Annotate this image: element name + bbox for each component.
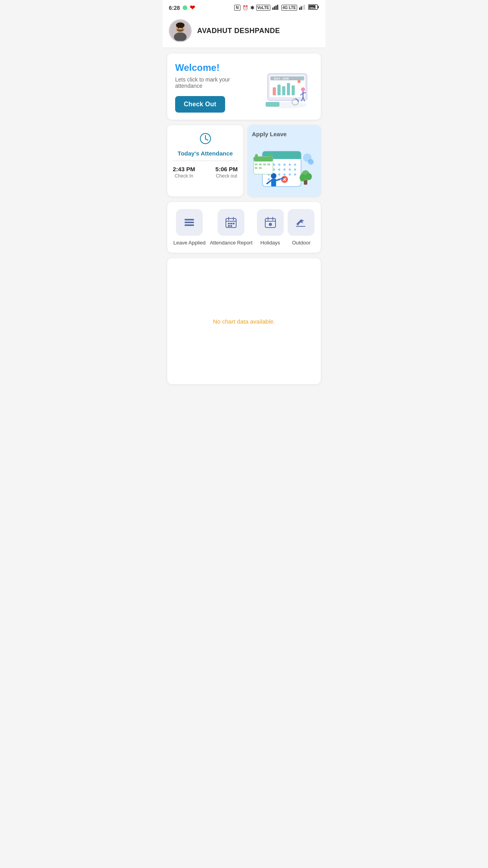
chart-card: No chart data available.: [167, 258, 321, 384]
svg-rect-26: [287, 83, 290, 95]
leave-applied-icon-bg: [176, 209, 203, 236]
svg-point-70: [299, 174, 306, 181]
svg-rect-97: [230, 223, 232, 224]
svg-point-45: [273, 164, 275, 166]
svg-point-16: [178, 28, 179, 29]
attendance-times: 2:43 PM Check In 5:06 PM Check out: [173, 166, 238, 179]
attendance-card: Today's Attendance 2:43 PM Check In 5:06…: [167, 125, 243, 196]
outdoor-action[interactable]: Outdoor: [288, 209, 314, 246]
svg-rect-4: [299, 7, 300, 10]
checkout-button[interactable]: Check Out: [175, 96, 225, 113]
svg-point-55: [294, 168, 296, 170]
outdoor-icon-bg: [288, 209, 314, 236]
check-out-block: 5:06 PM Check out: [215, 166, 238, 179]
welcome-illustration: JULY - 2030: [262, 66, 313, 109]
holidays-label: Holidays: [261, 240, 280, 246]
check-out-label: Check out: [216, 173, 237, 179]
no-chart-text: No chart data available.: [213, 318, 275, 325]
alarm-icon: ⏰: [242, 5, 248, 11]
svg-point-30: [301, 87, 305, 91]
svg-point-53: [283, 168, 285, 170]
svg-point-61: [294, 174, 296, 176]
clock-icon: [199, 132, 212, 148]
apply-leave-illustration: [252, 141, 317, 196]
check-in-block: 2:43 PM Check In: [173, 166, 195, 179]
battery-icon: 79%: [308, 4, 319, 11]
svg-point-80: [269, 154, 272, 157]
calendar-icon: [225, 216, 237, 229]
status-bar: 6:28 ⊛ ❤ N ⏰ ✱ VoLTE 4G LTE: [163, 0, 325, 14]
svg-rect-24: [277, 85, 281, 95]
svg-point-29: [301, 78, 304, 81]
status-time: 6:28: [169, 5, 180, 11]
svg-point-52: [278, 168, 280, 170]
check-in-time: 2:43 PM: [173, 166, 195, 172]
welcome-card: Welcome! Lets click to mark your attenda…: [167, 54, 321, 120]
attendance-title: Today's Attendance: [177, 150, 233, 157]
svg-rect-82: [259, 164, 262, 165]
svg-rect-1: [274, 6, 275, 10]
svg-rect-81: [255, 164, 257, 165]
svg-rect-27: [292, 85, 295, 95]
svg-point-71: [305, 173, 312, 180]
welcome-title: Welcome!: [175, 62, 258, 73]
status-left: 6:28 ⊛ ❤: [169, 4, 195, 11]
svg-rect-6: [302, 6, 303, 10]
svg-point-48: [289, 164, 291, 166]
svg-rect-100: [230, 225, 232, 227]
svg-point-59: [283, 174, 285, 176]
svg-point-17: [182, 28, 183, 29]
whatsapp-icon: ⊛: [182, 4, 187, 11]
attendance-divider: [173, 161, 238, 161]
svg-rect-78: [253, 157, 273, 161]
avatar: [169, 19, 192, 42]
svg-line-40: [205, 139, 208, 140]
welcome-subtitle: Lets click to mark your attendance: [175, 76, 258, 89]
attendance-report-action[interactable]: Attendance Report: [210, 209, 252, 246]
signal-bars-icon: [272, 4, 279, 11]
svg-point-58: [278, 174, 280, 176]
svg-rect-89: [185, 219, 194, 220]
signal-bars-2-icon: [299, 4, 306, 11]
apply-leave-card[interactable]: Apply Leave: [248, 125, 321, 196]
svg-rect-7: [304, 5, 305, 10]
svg-point-88: [308, 159, 314, 165]
svg-rect-91: [185, 224, 194, 226]
svg-point-28: [298, 80, 301, 83]
svg-rect-96: [228, 223, 230, 224]
quick-actions-card: Leave Applied Attendance Report: [167, 202, 321, 253]
holidays-action[interactable]: Holidays: [257, 209, 284, 246]
status-right: N ⏰ ✱ VoLTE 4G LTE: [234, 4, 319, 11]
svg-rect-25: [282, 86, 285, 95]
svg-rect-90: [185, 222, 194, 223]
leave-applied-label: Leave Applied: [173, 240, 205, 246]
svg-point-51: [273, 168, 275, 170]
nfc-icon: N: [234, 5, 240, 11]
svg-rect-0: [272, 7, 274, 10]
svg-rect-36: [266, 102, 279, 107]
svg-point-49: [294, 164, 296, 166]
svg-point-46: [278, 164, 280, 166]
svg-point-60: [289, 174, 291, 176]
attendance-report-icon-bg: [218, 209, 244, 236]
svg-rect-84: [267, 164, 270, 165]
user-name: AVADHUT DESHPANDE: [197, 27, 280, 35]
outdoor-label: Outdoor: [292, 240, 311, 246]
holidays-icon-bg: [257, 209, 284, 236]
svg-rect-86: [259, 167, 262, 169]
svg-rect-9: [318, 6, 319, 8]
svg-text:79%: 79%: [309, 7, 315, 9]
svg-rect-73: [271, 179, 276, 187]
svg-rect-83: [263, 164, 266, 165]
header: AVADHUT DESHPANDE: [163, 14, 325, 48]
lte-label: 4G LTE: [281, 5, 297, 11]
svg-point-62: [268, 178, 270, 180]
bluetooth-icon: ✱: [250, 5, 254, 11]
leave-applied-action[interactable]: Leave Applied: [173, 209, 205, 246]
check-in-label: Check In: [175, 173, 193, 179]
holidays-calendar-icon: [264, 216, 277, 229]
welcome-text-section: Welcome! Lets click to mark your attenda…: [175, 62, 258, 113]
svg-point-79: [255, 154, 258, 157]
svg-rect-98: [233, 223, 235, 224]
svg-point-54: [289, 168, 291, 170]
